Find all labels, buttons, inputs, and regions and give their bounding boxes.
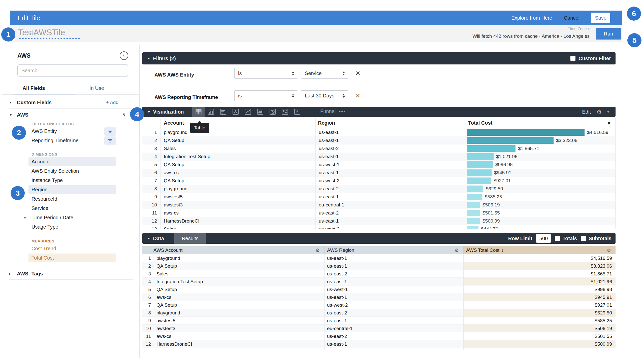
cost-bar[interactable] [467,129,585,136]
aws-region-cell[interactable]: us-east-1 [324,278,463,285]
column-chart-icon[interactable] [205,107,217,117]
sidebar-item-service[interactable]: Service [2,204,140,213]
account-cell[interactable]: awstest5 [160,194,315,200]
aws-group-row[interactable]: ▾ AWS 5 [2,109,140,121]
more-chart-types-button[interactable]: ••• [339,109,346,114]
aws-region-cell[interactable]: us-east-1 [324,262,463,270]
account-cell[interactable]: QA Setup [160,162,315,167]
explore-from-here-button[interactable]: Explore from Here [511,15,552,21]
edit-visualization-button[interactable]: Edit [582,109,591,115]
region-cell[interactable]: us-east-1 [315,170,465,175]
aws-total-cost-cell[interactable]: $444.70 [463,348,616,350]
single-value-icon[interactable]: 6 [291,107,303,117]
cost-bar[interactable] [467,177,491,184]
account-cell[interactable]: Integration Test Setup [160,154,315,159]
aws-region-cell[interactable]: us-west-2 [324,301,463,309]
add-custom-field-button[interactable]: + Add [106,96,118,109]
region-cell[interactable]: us-east-2 [315,146,465,151]
sidebar-item-cost-trend[interactable]: Cost Trend [2,244,140,254]
region-cell[interactable]: us-west-2 [315,226,465,229]
row-limit-input[interactable] [536,234,551,243]
cost-bar[interactable] [467,186,483,192]
cancel-button[interactable]: Cancel [564,15,579,21]
filter-icon[interactable] [104,127,116,136]
aws-region-cell[interactable]: us-east-2 [324,309,463,317]
bar-chart-icon[interactable] [217,107,229,117]
filter-operator-select[interactable]: is [234,90,297,101]
region-cell[interactable]: us-east-1 [315,194,465,200]
aws-account-cell[interactable]: QA Setup [153,263,324,269]
aws-region-cell[interactable]: us-east-1 [324,317,463,325]
aws-region-cell[interactable]: us-west-1 [324,285,463,293]
cost-bar[interactable] [467,218,480,224]
sidebar-item-usage-type[interactable]: Usage Type [2,223,140,232]
pie-chart-icon[interactable] [266,107,279,117]
aws-tags-group-row[interactable]: ▸ AWS: Tags [2,268,140,279]
aws-account-cell[interactable]: aws-cs [153,295,324,300]
cost-bar[interactable] [467,210,480,216]
aws-total-cost-cell[interactable]: $1,865.71 [463,270,616,278]
custom-filter-checkbox[interactable] [570,56,575,61]
aws-total-cost-cell[interactable]: $506.19 [463,325,616,332]
column-sort-chevron-icon[interactable]: ▾ [608,120,610,126]
column-header-total-cost[interactable]: Total Cost [468,120,492,126]
account-cell[interactable]: Sales [160,146,315,151]
funnel-chart-button[interactable]: Funnel [320,109,336,114]
filter-icon[interactable] [104,136,116,145]
aws-account-cell[interactable]: aws-cs [153,334,324,339]
cost-bar[interactable] [467,161,493,168]
aws-account-cell[interactable]: Sales [153,349,324,350]
gear-icon[interactable]: ⚙ [455,247,459,253]
account-cell[interactable]: QA Setup [160,138,315,143]
search-input[interactable] [17,64,128,77]
tab-all-fields[interactable]: All Fields [2,83,65,95]
filter-operator-select[interactable]: is [234,68,297,79]
column-header-region[interactable]: Region [318,120,335,126]
aws-region-cell[interactable]: us-east-1 [324,340,463,348]
cost-bar[interactable] [467,137,554,144]
aws-total-cost-cell[interactable]: $927.01 [463,301,616,309]
line-chart-icon[interactable] [242,107,254,117]
cost-bar[interactable] [467,145,516,152]
cost-bar[interactable] [467,226,478,229]
aws-account-cell[interactable]: QA Setup [153,302,324,308]
aws-account-cell[interactable]: playground [153,256,324,261]
aws-total-cost-cell[interactable]: $945.91 [463,293,616,301]
account-cell[interactable]: Sales [160,226,315,229]
scatter-chart-icon[interactable] [229,107,242,117]
field-label[interactable]: Reporting Timeframe [31,136,79,145]
aws-total-cost-cell[interactable]: $501.55 [463,332,616,340]
column-header-account[interactable]: Account [164,120,184,126]
aws-account-cell[interactable]: Sales [153,271,324,277]
account-cell[interactable]: playground [160,186,315,192]
aws-region-cell[interactable]: eu-central-1 [324,325,463,332]
account-cell[interactable]: HarnessDroneCI [160,218,315,224]
column-header-aws-total-cost[interactable]: AWS Total Cost ↓ ⚙ [463,246,616,254]
time-zone-control[interactable]: Time Zone ▾ [568,27,590,31]
cost-bar[interactable] [467,194,482,200]
aws-account-cell[interactable]: QA Setup [153,287,324,292]
sidebar-item-total-cost[interactable]: Total Cost [2,254,140,263]
region-cell[interactable]: us-east-2 [315,210,465,216]
aws-total-cost-cell[interactable]: $996.98 [463,285,616,293]
aws-account-cell[interactable]: awstest5 [153,318,324,324]
sidebar-item-aws-entity-selection[interactable]: AWS Entity Selection [2,167,140,176]
filter-value-select[interactable]: Service [301,68,348,79]
region-cell[interactable]: us-east-2 [315,186,465,192]
aws-total-cost-cell[interactable]: $500.99 [463,340,616,348]
gear-icon[interactable]: ⚙ [607,247,611,253]
aws-region-cell[interactable]: us-east-2 [324,270,463,278]
results-tab[interactable]: Results [174,233,206,244]
region-cell[interactable]: us-east-1 [315,130,465,135]
filter-value-select[interactable]: Last 30 Days [301,90,348,101]
gear-icon[interactable]: ⚙ [315,247,320,253]
region-cell[interactable]: us-east-1 [315,138,465,143]
aws-region-cell[interactable]: us-east-1 [324,254,463,262]
account-cell[interactable]: awstest3 [160,202,315,208]
gear-icon[interactable]: ⚙ [596,108,602,115]
aws-total-cost-cell[interactable]: $585.25 [463,317,616,325]
aws-account-cell[interactable]: awstest3 [153,326,324,331]
collapse-filters-icon[interactable]: ▾ [148,56,150,61]
aws-account-cell[interactable]: HarnessDroneCI [153,341,324,347]
region-cell[interactable]: us-east-1 [315,218,465,224]
